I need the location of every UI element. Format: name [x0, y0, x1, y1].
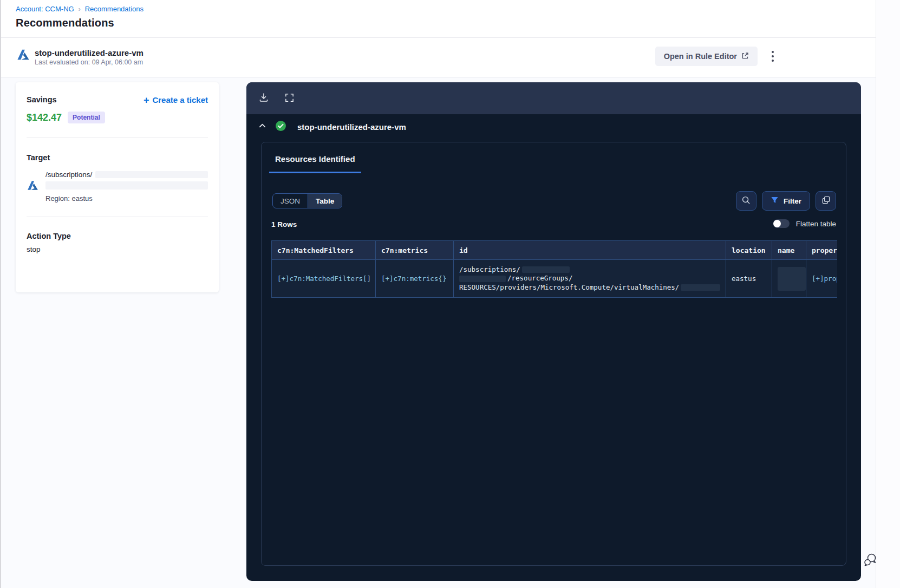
fullscreen-icon: [284, 93, 295, 104]
card-divider: [27, 138, 208, 138]
create-ticket-label: Create a ticket: [152, 95, 208, 104]
breadcrumb-separator-icon: ›: [79, 5, 81, 13]
view-mode-json[interactable]: JSON: [273, 194, 308, 208]
create-ticket-button[interactable]: + Create a ticket: [144, 95, 208, 104]
filter-icon: [771, 196, 779, 206]
flatten-table-label: Flatten table: [796, 220, 836, 228]
savings-card: Savings + Create a ticket $142.47 Potent…: [16, 82, 219, 292]
redacted-subscription-id: [45, 181, 208, 190]
target-path: /subscriptions/: [45, 171, 92, 179]
expand-properties[interactable]: [+]properties{}: [812, 275, 837, 283]
target-label: Target: [27, 153, 208, 162]
resources-table: c7n:MatchedFilters c7n:metrics id locati…: [271, 240, 837, 298]
page-title: Recommendations: [16, 17, 114, 29]
filter-button[interactable]: Filter: [762, 191, 810, 211]
cell-name: [772, 260, 806, 298]
chat-bubbles-icon: [862, 561, 878, 570]
open-in-rule-editor-label: Open in Rule Editor: [664, 52, 737, 61]
savings-amount: $142.47: [27, 112, 62, 123]
breadcrumb-recommendations-link[interactable]: Recommendations: [85, 5, 144, 13]
content-area: Savings + Create a ticket $142.47 Potent…: [1, 77, 876, 588]
redacted-value: [459, 276, 506, 282]
id-line-1: /subscriptions/: [459, 265, 520, 275]
breadcrumb: Account: CCM-NG › Recommendations: [16, 5, 144, 13]
resources-table-container: c7n:MatchedFilters c7n:metrics id locati…: [271, 240, 837, 298]
redacted-value: [778, 267, 806, 291]
id-line-3: RESOURCES/providers/Microsoft.Compute/vi…: [459, 283, 679, 292]
external-link-icon: [741, 52, 749, 61]
column-header-properties[interactable]: properties: [806, 241, 838, 260]
savings-label: Savings: [27, 95, 57, 104]
chevron-up-icon[interactable]: [258, 122, 266, 132]
cell-id: /subscriptions/ /resourceGroups/ RESOURC…: [454, 260, 726, 298]
column-header-name[interactable]: name: [772, 241, 806, 260]
plus-icon: +: [144, 96, 149, 104]
rule-name: stop-underutilized-azure-vm: [35, 48, 144, 57]
download-button[interactable]: [258, 92, 269, 104]
page-header: Account: CCM-NG › Recommendations Recomm…: [1, 0, 876, 38]
copy-icon: [821, 195, 831, 206]
panel-rule-title: stop-underutilized-azure-vm: [297, 122, 406, 132]
view-mode-toggle: JSON Table: [272, 193, 342, 208]
download-icon: [258, 92, 269, 104]
breadcrumb-account-link[interactable]: Account: CCM-NG: [16, 5, 74, 13]
flatten-table-toggle[interactable]: [773, 219, 790, 228]
help-chat-button[interactable]: [862, 552, 879, 569]
filter-label: Filter: [784, 197, 801, 205]
column-header-matched-filters[interactable]: c7n:MatchedFilters: [272, 241, 376, 260]
card-divider: [27, 217, 208, 217]
resources-identified-section: Resources Identified JSON Table: [261, 142, 846, 566]
more-options-menu[interactable]: [766, 50, 779, 63]
table-row: [+]c7n:MatchedFilters[] [+]c7n:metrics{}…: [272, 260, 838, 298]
action-type-value: stop: [27, 245, 208, 253]
action-type-label: Action Type: [27, 232, 208, 240]
azure-target-icon: [27, 179, 39, 194]
fullscreen-button[interactable]: [284, 93, 295, 104]
redacted-value: [681, 284, 720, 291]
cell-location: eastus: [726, 260, 772, 298]
expand-metrics[interactable]: [+]c7n:metrics{}: [381, 275, 446, 283]
success-check-icon: [275, 120, 286, 134]
column-header-id[interactable]: id: [454, 241, 726, 260]
view-mode-table[interactable]: Table: [308, 194, 342, 208]
open-in-rule-editor-button[interactable]: Open in Rule Editor: [655, 47, 758, 66]
potential-badge: Potential: [68, 112, 105, 123]
redacted-subscription-id: [95, 171, 208, 178]
rule-result-collapse-row[interactable]: stop-underutilized-azure-vm: [258, 120, 406, 134]
search-button[interactable]: [736, 191, 756, 211]
rule-header-bar: stop-underutilized-azure-vm Last evaluat…: [1, 38, 876, 77]
column-header-metrics[interactable]: c7n:metrics: [376, 241, 454, 260]
results-panel: stop-underutilized-azure-vm Resources Id…: [246, 82, 861, 581]
target-region: Region: eastus: [45, 194, 208, 202]
tab-resources-identified[interactable]: Resources Identified: [269, 154, 361, 173]
id-line-2: /resourceGroups/: [507, 274, 572, 283]
panel-toolbar: [246, 82, 861, 114]
table-header-row: c7n:MatchedFilters c7n:metrics id locati…: [272, 241, 838, 260]
redacted-value: [522, 266, 570, 273]
column-header-location[interactable]: location: [726, 241, 772, 260]
azure-icon: [16, 48, 30, 64]
copy-button[interactable]: [816, 191, 836, 211]
search-icon: [741, 195, 751, 206]
rows-count: 1 Rows: [271, 220, 297, 228]
right-gutter: [876, 0, 900, 588]
rule-last-evaluated: Last evaluated on: 09 Apr, 06:00 am: [35, 58, 143, 66]
expand-matched-filters[interactable]: [+]c7n:MatchedFilters[]: [277, 275, 371, 283]
